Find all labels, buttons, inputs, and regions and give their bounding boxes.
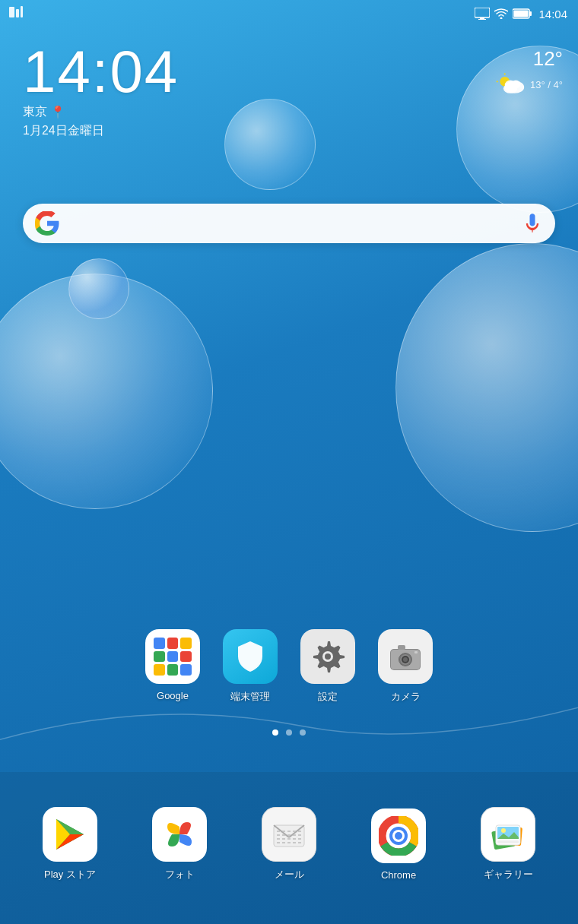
svg-point-20 — [325, 653, 331, 660]
weather-icon-row: 13° / 4° — [495, 72, 563, 97]
google-logo — [35, 211, 59, 236]
svg-point-26 — [403, 657, 408, 662]
app-playstore-label: Play ストア — [44, 868, 96, 881]
clock-area: 14:04 東京 📍 1月24日金曜日 — [23, 42, 179, 139]
status-left-icon — [9, 6, 23, 21]
page-dot-1[interactable] — [272, 729, 278, 736]
app-device-mgr-label: 端末管理 — [230, 690, 270, 704]
weather-temperature: 12° — [495, 47, 563, 71]
app-settings[interactable]: 設定 — [300, 629, 355, 704]
gallery-icon — [488, 815, 528, 854]
app-mail-label: メール — [275, 868, 304, 881]
svg-rect-3 — [475, 8, 490, 17]
app-mail[interactable]: メール — [262, 807, 316, 881]
svg-rect-2 — [21, 6, 23, 17]
wifi-icon — [494, 8, 508, 19]
mail-icon — [269, 815, 309, 854]
camera-icon — [386, 637, 425, 676]
app-camera-label: カメラ — [391, 690, 421, 704]
svg-point-17 — [511, 81, 521, 89]
svg-rect-8 — [514, 11, 529, 17]
app-photos[interactable]: フォト — [152, 807, 207, 881]
weather-range: 13° / 4° — [530, 79, 563, 90]
page-dots — [0, 729, 578, 736]
settings-gear-icon — [308, 637, 348, 676]
app-google-label: Google — [157, 690, 189, 701]
chrome-icon — [379, 816, 418, 856]
screen-icon — [475, 8, 490, 20]
photos-icon — [160, 815, 199, 854]
microphone-icon[interactable] — [522, 213, 543, 234]
app-device-mgr[interactable]: 端末管理 — [223, 629, 278, 704]
status-bar: 14:04 — [0, 0, 578, 27]
app-chrome[interactable]: Chrome — [371, 808, 426, 881]
svg-point-45 — [501, 828, 506, 833]
app-google[interactable]: Google — [145, 629, 200, 704]
svg-rect-46 — [497, 840, 519, 843]
app-playstore[interactable]: Play ストア — [43, 807, 97, 881]
clock-date: 1月24日金曜日 — [23, 123, 179, 139]
svg-rect-27 — [398, 645, 405, 650]
location-text: 東京 — [23, 104, 47, 120]
app-chrome-label: Chrome — [381, 869, 416, 881]
status-time: 14:04 — [538, 8, 567, 21]
app-settings-label: 設定 — [318, 690, 338, 704]
search-bar[interactable] — [23, 204, 555, 243]
bubble-top — [224, 99, 316, 190]
svg-point-40 — [395, 832, 402, 840]
location-pin-icon: 📍 — [50, 105, 65, 119]
page-dot-3[interactable] — [300, 729, 306, 736]
svg-rect-4 — [480, 17, 484, 19]
svg-rect-9 — [529, 11, 532, 16]
app-gallery[interactable]: ギャラリー — [481, 807, 535, 881]
status-icons: 14:04 — [475, 8, 567, 21]
bubble-small-left — [68, 258, 129, 319]
svg-rect-5 — [478, 19, 486, 20]
app-photos-label: フォト — [165, 868, 195, 881]
svg-point-6 — [500, 17, 503, 20]
app-camera[interactable]: カメラ — [378, 629, 433, 704]
bubble-mid-right — [395, 243, 578, 532]
clock-location: 東京 📍 — [23, 104, 179, 120]
app-gallery-label: ギャラリー — [484, 868, 533, 881]
clock-time: 14:04 — [23, 42, 179, 101]
dock: Play ストア フォト — [0, 772, 578, 924]
battery-icon — [513, 8, 532, 19]
page-dot-2[interactable] — [286, 729, 292, 736]
shield-icon — [235, 640, 265, 673]
app-grid-middle: Google 端末管理 設定 — [0, 629, 578, 704]
svg-rect-1 — [16, 9, 19, 17]
playstore-icon — [50, 815, 90, 854]
weather-area: 12° 13° / 4° — [495, 47, 563, 97]
svg-rect-28 — [414, 651, 418, 653]
weather-icon — [495, 72, 526, 97]
svg-rect-0 — [9, 7, 14, 17]
